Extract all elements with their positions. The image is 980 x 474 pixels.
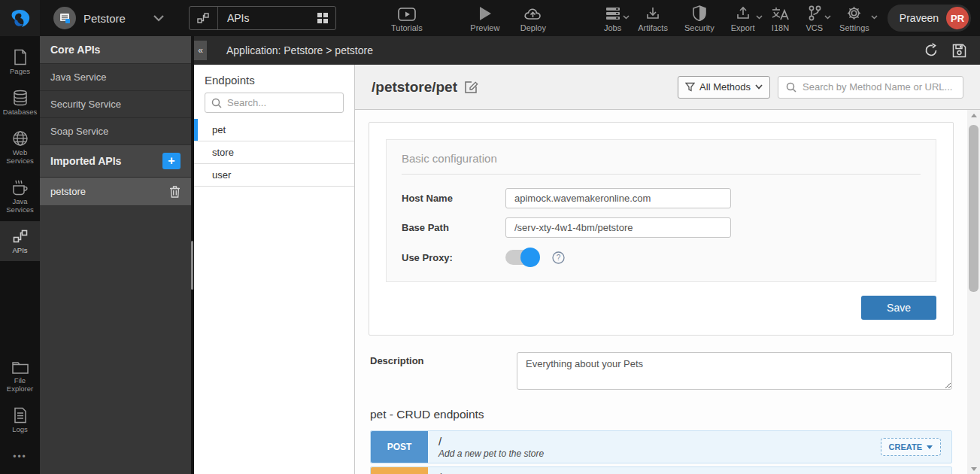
chevron-down-icon (824, 15, 831, 20)
topbar-tools: Jobs Artifacts Security Export (604, 5, 883, 32)
endpoints-search[interactable] (205, 93, 344, 113)
edit-title-button[interactable] (464, 80, 478, 94)
use-proxy-label: Use Proxy: (402, 252, 505, 263)
user-menu[interactable]: Praveen PR (887, 5, 971, 32)
endpoint-row-put: PUT / Update an existing pet UPDATE (370, 466, 952, 474)
sidebar-item-file-explorer[interactable]: File Explorer (0, 353, 40, 400)
grid-icon (316, 11, 335, 25)
main-header: /petstore/pet All Methods (355, 65, 980, 110)
youtube-icon (398, 5, 416, 21)
refresh-button[interactable] (924, 43, 939, 58)
api-sidebar: Core APIs Java Service Security Service … (40, 36, 194, 474)
trash-icon[interactable] (169, 185, 181, 198)
project-switcher[interactable]: Petstore (40, 7, 175, 29)
log-file-icon (14, 407, 27, 424)
chevron-down-icon (871, 15, 878, 20)
sidebar-scrollbar-thumb[interactable] (191, 241, 193, 290)
scrollbar-thumb[interactable] (969, 125, 978, 292)
translate-icon (771, 5, 789, 21)
topbar-actions: Tutorials Preview Deploy (390, 5, 550, 32)
page-icon (13, 49, 28, 65)
sidebar-item-web-services[interactable]: Web Services (0, 123, 40, 172)
java-services-label: Java Services (2, 198, 38, 214)
preview-label: Preview (470, 23, 499, 32)
host-name-input[interactable] (505, 188, 731, 208)
save-button[interactable]: Save (861, 296, 936, 320)
wave-logo-icon (8, 6, 32, 30)
scroll-up-button[interactable] (967, 110, 980, 120)
use-proxy-toggle[interactable] (505, 250, 539, 265)
security-label: Security (684, 23, 715, 32)
security-button[interactable]: Security (684, 5, 721, 32)
pages-label: Pages (10, 68, 30, 76)
shield-icon (693, 5, 706, 21)
endpoint-item-store[interactable]: store (194, 141, 354, 164)
imported-apis-title: Imported APIs (50, 155, 121, 167)
endpoints-title: Endpoints (194, 72, 354, 93)
endpoint-description: Add a new pet to the store (438, 448, 870, 459)
branch-icon (807, 5, 822, 21)
sidebar-item-pages[interactable]: Pages (0, 42, 40, 83)
upload-icon (736, 5, 751, 21)
save-icon (952, 44, 966, 58)
page-title: /petstore/pet (372, 79, 478, 96)
artifacts-button[interactable]: Artifacts (638, 5, 674, 32)
nav-rail: Pages Databases Web Services Java Servic… (0, 36, 40, 474)
vcs-button[interactable]: VCS (806, 5, 829, 32)
sidebar-item-soap-service[interactable]: Soap Service (40, 118, 191, 145)
user-name: Praveen (900, 12, 939, 24)
scroll-down-button[interactable] (967, 463, 980, 474)
sidebar-item-java-service[interactable]: Java Service (40, 64, 191, 91)
soap-service-label: Soap Service (50, 126, 108, 137)
endpoints-search-input[interactable] (227, 97, 337, 108)
method-search-input[interactable] (803, 81, 955, 93)
sidebar-item-java-services[interactable]: Java Services (0, 172, 40, 221)
sidebar-item-databases[interactable]: Databases (0, 83, 40, 123)
i18n-button[interactable]: I18N (771, 5, 795, 32)
save-project-button[interactable] (952, 44, 966, 58)
create-action-button[interactable]: CREATE (881, 438, 941, 456)
tutorials-button[interactable]: Tutorials (390, 5, 423, 32)
endpoint-item-user[interactable]: user (194, 164, 354, 187)
methods-filter-select[interactable]: All Methods (678, 76, 770, 99)
method-search[interactable] (778, 76, 963, 99)
java-service-label: Java Service (50, 71, 106, 83)
folder-icon (11, 360, 29, 375)
chevron-down-icon (153, 14, 165, 22)
deploy-button[interactable]: Deploy (517, 5, 550, 32)
vcs-label: VCS (806, 23, 823, 32)
export-button[interactable]: Export (731, 5, 761, 32)
settings-label: Settings (839, 23, 869, 32)
base-path-input[interactable] (505, 217, 731, 238)
sidebar-item-apis[interactable]: APIs (0, 221, 40, 262)
preview-button[interactable]: Preview (469, 5, 502, 32)
create-action-label: CREATE (889, 442, 922, 451)
wavemaker-logo[interactable] (0, 0, 40, 36)
i18n-label: I18N (772, 23, 789, 32)
method-badge-post: POST (371, 431, 428, 463)
api-node-icon (190, 7, 218, 29)
add-api-button[interactable]: + (162, 153, 181, 169)
proxy-help-button[interactable]: ? (552, 251, 565, 264)
description-textarea[interactable]: Everything about your Pets (517, 352, 952, 390)
more-options-button[interactable]: ••• (0, 441, 40, 474)
rail-spacer (0, 261, 40, 353)
tutorials-label: Tutorials (391, 23, 423, 32)
collapse-sidebar-button[interactable]: « (194, 41, 207, 60)
jobs-button[interactable]: Jobs (604, 5, 627, 32)
sidebar-item-logs[interactable]: Logs (0, 400, 40, 441)
endpoint-item-pet[interactable]: pet (194, 119, 354, 141)
cloud-upload-icon (523, 5, 543, 21)
coffee-icon (11, 179, 29, 196)
nav-selector[interactable]: APIs (189, 6, 336, 30)
web-services-label: Web Services (2, 149, 38, 166)
security-service-label: Security Service (50, 99, 121, 110)
method-badge-put: PUT (371, 467, 428, 474)
sidebar-item-security-service[interactable]: Security Service (40, 91, 191, 118)
vertical-scrollbar[interactable] (967, 110, 980, 474)
settings-button[interactable]: Settings (839, 5, 875, 32)
main-panel: /petstore/pet All Methods (355, 65, 980, 474)
breadcrumb: Application: Petstore > petstore (226, 44, 373, 56)
server-stack-icon (605, 5, 621, 21)
sidebar-item-petstore[interactable]: petstore (40, 178, 191, 206)
